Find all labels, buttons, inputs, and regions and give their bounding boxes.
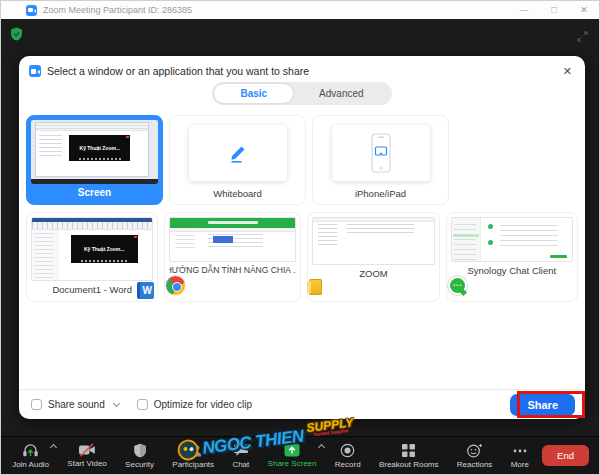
shield-icon	[133, 443, 147, 458]
whiteboard-panel	[189, 125, 287, 181]
toolbar-join-audio[interactable]: Join Audio	[3, 437, 58, 474]
toolbar-chat[interactable]: Chat	[223, 437, 258, 474]
zoom-dialog-icon	[29, 65, 41, 77]
chrome-icon	[166, 276, 185, 295]
share-tile-screen[interactable]: Kỹ Thuật Zoom... Screen	[26, 115, 163, 205]
pencil-icon	[227, 142, 249, 164]
chat-icon	[233, 443, 249, 458]
share-tile-iphone-ipad[interactable]: iPhone/iPad	[312, 115, 449, 205]
optimize-video-label: Optimize for video clip	[154, 399, 252, 410]
share-sound-dropdown-icon[interactable]	[113, 400, 120, 407]
meeting-stage: Select a window or an application that y…	[1, 19, 599, 474]
share-sound-checkbox[interactable]	[31, 399, 42, 410]
tile-label-chrome: HƯỚNG DẪN TÍNH NĂNG CHIA ...	[169, 262, 296, 278]
headset-icon	[22, 443, 39, 458]
tab-basic[interactable]: Basic	[214, 84, 293, 103]
toolbar-share-screen[interactable]: Share Screen	[258, 437, 325, 474]
encryption-shield-icon[interactable]	[10, 27, 23, 45]
toolbar-breakout-rooms[interactable]: Breakout Rooms	[370, 437, 448, 474]
record-icon	[340, 443, 355, 458]
share-screen-caret-icon[interactable]	[318, 444, 325, 451]
end-meeting-button[interactable]: End	[542, 445, 589, 466]
share-mode-tabs: Basic Advanced	[19, 82, 585, 105]
folder-icon	[309, 279, 322, 295]
tile-label-zoom: ZOOM	[312, 265, 434, 281]
meeting-toolbar: Join Audio Start Video Security	[1, 436, 599, 474]
tile-label-whiteboard: Whiteboard	[174, 185, 301, 201]
video-off-icon	[78, 443, 96, 457]
watermark-brand2: SUPPLY	[306, 417, 354, 435]
maximize-button[interactable]: □	[539, 1, 569, 19]
iphone-icon	[368, 133, 394, 173]
tile-label-screen: Screen	[31, 184, 158, 200]
minimize-button[interactable]: —	[509, 1, 539, 19]
dialog-close-icon[interactable]: ✕	[563, 65, 572, 78]
window-title: Zoom Meeting Participant ID: 286385	[43, 5, 192, 15]
close-button[interactable]: ✕	[569, 1, 599, 19]
dialog-footer: Share sound Optimize for video clip Shar…	[19, 389, 585, 419]
window-titlebar: Zoom Meeting Participant ID: 286385 — □ …	[1, 1, 599, 19]
toolbar-security[interactable]: Security	[116, 437, 163, 474]
word-thumbnail: Kỹ Thuật Zoom...	[31, 217, 153, 281]
reactions-icon	[466, 443, 483, 458]
toolbar-participants[interactable]: Participants	[163, 437, 223, 474]
participants-icon	[184, 443, 202, 458]
tab-advanced[interactable]: Advanced	[293, 84, 389, 103]
share-screen-icon	[284, 443, 300, 457]
iphone-panel	[332, 125, 430, 181]
share-tile-word[interactable]: Kỹ Thuật Zoom... Document1 - Word W	[26, 212, 158, 302]
zoom-app-icon	[26, 5, 37, 16]
share-sound-label: Share sound	[48, 399, 105, 410]
share-tile-synology-chat[interactable]: Synology Chat Client	[446, 212, 578, 302]
fullscreen-expand-icon[interactable]	[577, 28, 588, 46]
toolbar-more[interactable]: More	[502, 437, 539, 474]
chat-bubble-icon	[448, 276, 467, 295]
toolbar-record[interactable]: Record	[326, 437, 370, 474]
dialog-title: Select a window or an application that y…	[47, 65, 309, 77]
more-icon	[512, 443, 528, 458]
tile-label-synology: Synology Chat Client	[451, 262, 573, 278]
tile-label-iphone-ipad: iPhone/iPad	[317, 185, 444, 201]
synology-thumbnail	[451, 217, 573, 262]
share-tile-zoom-folder[interactable]: ZOOM	[307, 212, 439, 302]
chrome-thumbnail	[169, 217, 296, 262]
optimize-video-checkbox[interactable]	[137, 399, 148, 410]
word-icon: W	[137, 282, 154, 299]
join-audio-caret-icon[interactable]	[50, 444, 57, 451]
explorer-thumbnail	[312, 217, 434, 265]
breakout-rooms-icon	[401, 443, 416, 458]
screen-thumbnail: Kỹ Thuật Zoom...	[31, 120, 158, 184]
tile-label-word: Document1 - Word	[31, 281, 153, 297]
share-button[interactable]: Share	[510, 394, 575, 416]
share-tile-chrome[interactable]: HƯỚNG DẪN TÍNH NĂNG CHIA ...	[164, 212, 301, 302]
share-options-grid: Kỹ Thuật Zoom... Screen Whiteboard	[19, 105, 585, 302]
share-dialog: Select a window or an application that y…	[19, 56, 585, 419]
toolbar-start-video[interactable]: Start Video	[58, 437, 116, 474]
toolbar-reactions[interactable]: Reactions	[448, 437, 502, 474]
share-tile-whiteboard[interactable]: Whiteboard	[169, 115, 306, 205]
